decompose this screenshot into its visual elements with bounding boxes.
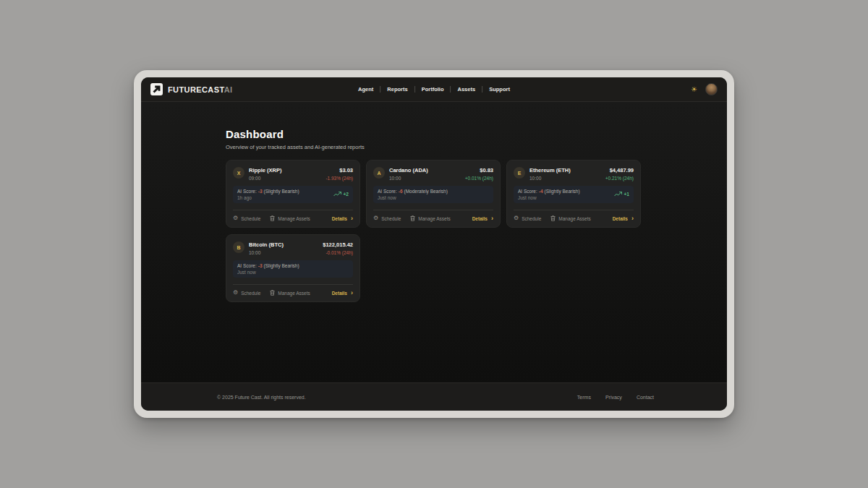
footer-link-terms[interactable]: Terms xyxy=(577,395,591,400)
card-actions: ⚙Schedule Manage Assets Details› xyxy=(514,210,634,221)
ai-score-updated: Just now xyxy=(518,195,580,200)
brand[interactable]: FUTURECASTAI xyxy=(150,83,233,95)
ai-score-updated: Just now xyxy=(237,270,299,275)
ai-score-sentiment: (Moderately Bearish) xyxy=(404,189,448,194)
asset-name: Ethereum (ETH) xyxy=(529,167,571,174)
ai-score-sentiment: (Slightly Bearish) xyxy=(264,189,299,194)
app-header: FUTURECASTAI Agent Reports Portfolio Ass… xyxy=(141,77,727,102)
asset-report-time: 10:00 xyxy=(529,176,571,181)
asset-initial-badge: B xyxy=(233,241,244,253)
trash-icon xyxy=(550,215,556,221)
nav-item-assets[interactable]: Assets xyxy=(451,86,482,93)
app-window: FUTURECASTAI Agent Reports Portfolio Ass… xyxy=(141,77,727,411)
manage-assets-button[interactable]: Manage Assets xyxy=(270,215,310,221)
nav-item-support[interactable]: Support xyxy=(482,86,516,93)
card-header: B Bitcoin (BTC) 10:00 $122,015.42 -0.01%… xyxy=(233,241,353,255)
ai-score-label: AI Score: xyxy=(518,189,537,194)
asset-change: -1.93% (24h) xyxy=(326,176,353,181)
ai-score-panel: AI Score:-3(Slightly Bearish) 1h ago +2 xyxy=(233,186,353,204)
schedule-button[interactable]: ⚙Schedule xyxy=(373,215,401,221)
manage-assets-button[interactable]: Manage Assets xyxy=(270,290,310,296)
main-nav: Agent Reports Portfolio Assets Support xyxy=(352,77,516,101)
ai-score-updated: 1h ago xyxy=(237,195,299,200)
schedule-button[interactable]: ⚙Schedule xyxy=(233,290,260,296)
trash-icon xyxy=(270,290,275,296)
chevron-right-icon: › xyxy=(491,216,493,221)
chevron-right-icon: › xyxy=(351,291,353,295)
theme-toggle-sun-icon[interactable]: ☀ xyxy=(691,86,697,93)
score-delta: +2 xyxy=(333,192,349,197)
card-actions: ⚙Schedule Manage Assets Details› xyxy=(233,210,353,221)
asset-change: +0.01% (24h) xyxy=(465,176,493,181)
ai-score-panel: AI Score:-4(Slightly Bearish) Just now +… xyxy=(514,186,634,204)
asset-report-time: 09:00 xyxy=(249,176,281,181)
gear-icon: ⚙ xyxy=(514,215,519,221)
user-avatar[interactable] xyxy=(705,83,718,95)
ai-score-updated: Just now xyxy=(378,195,448,200)
brand-name: FUTURECASTAI xyxy=(168,85,233,94)
card-header: E Ethereum (ETH) 10:00 $4,487.99 +0.21% … xyxy=(514,167,634,181)
nav-item-portfolio[interactable]: Portfolio xyxy=(415,86,451,93)
ai-score-value: -3 xyxy=(258,189,263,194)
gear-icon: ⚙ xyxy=(233,290,238,296)
trash-icon xyxy=(410,215,415,221)
asset-card-grid: X Ripple (XRP) 09:00 $3.03 -1.93% (24h) … xyxy=(226,160,727,302)
asset-name: Bitcoin (BTC) xyxy=(249,241,284,248)
ai-score-label: AI Score: xyxy=(237,189,257,194)
score-delta: +1 xyxy=(614,192,629,197)
footer-link-contact[interactable]: Contact xyxy=(637,395,654,400)
gear-icon: ⚙ xyxy=(233,215,238,221)
trend-up-icon xyxy=(333,192,341,197)
nav-item-agent[interactable]: Agent xyxy=(352,86,380,93)
card-header: X Ripple (XRP) 09:00 $3.03 -1.93% (24h) xyxy=(233,167,353,181)
chevron-right-icon: › xyxy=(631,216,634,221)
copyright-text: © 2025 Future Cast. All rights reserved. xyxy=(217,395,306,400)
asset-change: +0.21% (24h) xyxy=(605,176,634,181)
header-actions: ☀ xyxy=(691,83,718,95)
main-content: Dashboard Overview of your tracked asset… xyxy=(141,102,727,382)
trash-icon xyxy=(270,215,275,221)
page-footer: © 2025 Future Cast. All rights reserved.… xyxy=(141,382,727,411)
asset-initial-badge: E xyxy=(514,167,525,179)
ai-score-panel: AI Score:-6(Moderately Bearish) Just now xyxy=(373,186,493,204)
asset-card-ethereum: E Ethereum (ETH) 10:00 $4,487.99 +0.21% … xyxy=(506,160,641,228)
footer-link-privacy[interactable]: Privacy xyxy=(605,395,622,400)
asset-initial-badge: A xyxy=(373,167,385,179)
ai-score-sentiment: (Slightly Bearish) xyxy=(264,263,299,268)
card-header: A Cardano (ADA) 10:00 $0.83 +0.01% (24h) xyxy=(373,167,493,181)
manage-assets-button[interactable]: Manage Assets xyxy=(550,215,590,221)
schedule-button[interactable]: ⚙Schedule xyxy=(233,215,260,221)
asset-name: Ripple (XRP) xyxy=(249,167,281,174)
score-delta-value: +1 xyxy=(624,192,629,197)
ai-score-label: AI Score: xyxy=(378,189,397,194)
gear-icon: ⚙ xyxy=(373,215,378,221)
footer-links: Terms Privacy Contact xyxy=(577,395,654,400)
asset-card-bitcoin: B Bitcoin (BTC) 10:00 $122,015.42 -0.01%… xyxy=(226,234,360,302)
manage-assets-button[interactable]: Manage Assets xyxy=(410,215,450,221)
asset-name: Cardano (ADA) xyxy=(389,167,428,174)
chevron-right-icon: › xyxy=(351,216,353,221)
ai-score-sentiment: (Slightly Bearish) xyxy=(545,189,580,194)
asset-initial-badge: X xyxy=(233,167,244,179)
details-button[interactable]: Details› xyxy=(332,291,353,296)
page-subtitle: Overview of your tracked assets and AI-g… xyxy=(226,144,727,150)
asset-price: $3.03 xyxy=(326,167,353,174)
asset-price: $4,487.99 xyxy=(605,167,634,174)
ai-score-panel: AI Score:-3(Slightly Bearish) Just now xyxy=(233,260,353,278)
asset-card-ripple: X Ripple (XRP) 09:00 $3.03 -1.93% (24h) … xyxy=(226,160,360,228)
details-button[interactable]: Details› xyxy=(332,216,353,221)
ai-score-value: -6 xyxy=(399,189,403,194)
details-button[interactable]: Details› xyxy=(472,216,493,221)
asset-report-time: 10:00 xyxy=(389,176,428,181)
ai-score-value: -3 xyxy=(258,263,263,268)
details-button[interactable]: Details› xyxy=(613,216,634,221)
device-frame: FUTURECASTAI Agent Reports Portfolio Ass… xyxy=(134,70,734,418)
score-delta-value: +2 xyxy=(344,192,349,197)
asset-price: $122,015.42 xyxy=(323,241,353,248)
asset-card-cardano: A Cardano (ADA) 10:00 $0.83 +0.01% (24h)… xyxy=(366,160,501,228)
asset-change: -0.01% (24h) xyxy=(323,250,353,255)
brand-logo-icon xyxy=(150,83,163,95)
schedule-button[interactable]: ⚙Schedule xyxy=(514,215,541,221)
ai-score-value: -4 xyxy=(539,189,543,194)
nav-item-reports[interactable]: Reports xyxy=(380,86,414,93)
